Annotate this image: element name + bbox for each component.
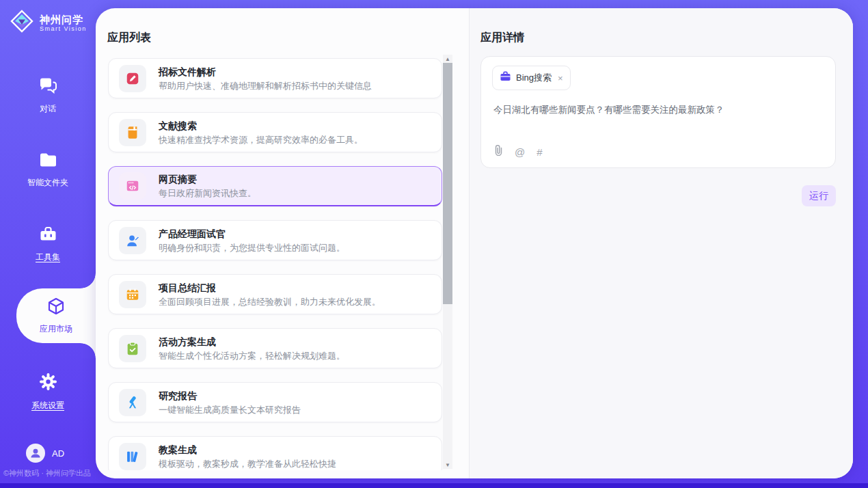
app-card-title: 项目总结汇报 (159, 282, 381, 294)
app-root: 神州问学 Smart Vision 对话 智能文件夹 (0, 0, 868, 488)
sidebar-item-toolset[interactable]: 工具集 (0, 226, 96, 263)
bubble-fillet-top (81, 273, 96, 288)
avatar (26, 444, 45, 463)
main-content: 应用列表 招标文件解析帮助用户快速、准确地理解和解析招标书中的关键信息文献搜索快… (96, 8, 853, 478)
app-card[interactable]: 项目总结汇报全面回顾项目进展，总结经验教训，助力未来优化发展。 (108, 274, 442, 314)
app-card-description: 每日政府新闻资讯快查。 (159, 187, 256, 199)
close-icon[interactable]: × (558, 74, 563, 83)
app-list: 招标文件解析帮助用户快速、准确地理解和解析招标书中的关键信息文献搜索快速精准查找… (108, 58, 442, 470)
sidebar-item-settings[interactable]: 系统设置 (0, 372, 96, 411)
sidebar-item-label: 系统设置 (31, 400, 64, 411)
sidebar-item-app-market[interactable]: 应用市场 (16, 288, 96, 343)
brand-subtitle: Smart Vision (40, 25, 87, 32)
scroll-down-arrow[interactable]: ▼ (443, 461, 452, 469)
sidebar-item-chat[interactable]: 对话 (0, 77, 96, 115)
chat-icon (39, 77, 57, 97)
interviewer-icon (119, 227, 146, 254)
app-detail-panel: 应用详情 Bing搜索 × 今日湖北有哪些新闻要点？ (469, 8, 853, 478)
app-card-title: 产品经理面试官 (159, 228, 345, 240)
app-card-title: 活动方案生成 (159, 336, 345, 348)
brand-name: 神州问学 (40, 14, 87, 25)
copyright-text: ©神州数码 · 神州问学出品 (3, 468, 96, 478)
app-card-title: 教案生成 (159, 444, 336, 456)
webpage-icon (119, 172, 146, 200)
telescope-icon (119, 389, 146, 416)
app-card[interactable]: 文献搜索快速精准查找学术资源，提高研究效率的必备工具。 (108, 112, 442, 152)
app-card[interactable]: 研究报告一键智能生成高质量长文本研究报告 (108, 382, 442, 422)
user-account[interactable]: AD (26, 444, 64, 463)
app-card-title: 文献搜索 (159, 120, 363, 132)
prompt-text[interactable]: 今日湖北有哪些新闻要点？有哪些需要关注的最新政策？ (493, 103, 822, 116)
app-card-title: 招标文件解析 (159, 66, 372, 78)
app-list-title: 应用列表 (107, 31, 151, 45)
app-card[interactable]: 教案生成模板驱动，教案秒成，教学准备从此轻松快捷 (108, 436, 442, 470)
brand-logo: 神州问学 Smart Vision (10, 9, 87, 36)
cube-icon (46, 297, 66, 318)
sidebar-item-label: 对话 (40, 103, 56, 115)
app-card-description: 智能生成个性化活动方案，轻松解决规划难题。 (159, 350, 345, 362)
diamond-logo-icon (10, 9, 34, 36)
app-card-title: 网页摘要 (159, 173, 256, 185)
sidebar-item-label: 智能文件夹 (27, 177, 68, 189)
clipboard-check-icon (119, 335, 146, 362)
app-card[interactable]: 网页摘要每日政府新闻资讯快查。 (108, 166, 442, 206)
app-card[interactable]: 招标文件解析帮助用户快速、准确地理解和解析招标书中的关键信息 (108, 58, 442, 98)
at-icon[interactable]: @ (515, 146, 525, 158)
app-card-description: 一键智能生成高质量长文本研究报告 (159, 404, 301, 416)
briefcase-icon (500, 71, 511, 85)
app-card[interactable]: 活动方案生成智能生成个性化活动方案，轻松解决规划难题。 (108, 328, 442, 368)
folder-icon (39, 152, 57, 171)
user-name: AD (52, 448, 64, 459)
sidebar-item-label: 应用市场 (40, 323, 72, 335)
app-card-description: 模板驱动，教案秒成，教学准备从此轻松快捷 (159, 458, 336, 470)
scroll-up-arrow[interactable]: ▲ (443, 55, 452, 63)
tool-chip-label: Bing搜索 (516, 72, 552, 84)
sidebar-background: 神州问学 Smart Vision 对话 智能文件夹 (0, 0, 868, 483)
calendar-icon (119, 281, 146, 308)
bottom-edge-strip (0, 483, 868, 488)
toolbox-icon (39, 226, 57, 245)
app-card-description: 快速精准查找学术资源，提高研究效率的必备工具。 (159, 134, 363, 146)
run-button[interactable]: 运行 (802, 185, 836, 206)
input-actions: @ # (493, 145, 543, 159)
sidebar-item-smart-folder[interactable]: 智能文件夹 (0, 152, 96, 189)
bubble-fillet-bottom (81, 343, 96, 358)
tool-chip-bing-search[interactable]: Bing搜索 × (492, 66, 571, 90)
app-card[interactable]: 产品经理面试官明确身份和职责，为您提供专业性的面试问题。 (108, 220, 442, 260)
app-card-description: 全面回顾项目进展，总结经验教训，助力未来优化发展。 (159, 296, 381, 308)
gear-icon (39, 372, 57, 394)
app-list-scrollbar[interactable]: ▲ ▼ (443, 55, 452, 469)
scrollbar-thumb[interactable] (443, 63, 452, 304)
book-icon (119, 119, 146, 146)
app-card-title: 研究报告 (159, 390, 301, 402)
prompt-input-card[interactable]: Bing搜索 × 今日湖北有哪些新闻要点？有哪些需要关注的最新政策？ @ # (480, 56, 836, 168)
sidebar-item-label: 工具集 (36, 252, 60, 263)
app-card-description: 帮助用户快速、准确地理解和解析招标书中的关键信息 (159, 80, 372, 92)
app-card-description: 明确身份和职责，为您提供专业性的面试问题。 (159, 242, 345, 254)
paperclip-icon[interactable] (493, 145, 503, 159)
hash-icon[interactable]: # (537, 146, 542, 158)
edit-doc-icon (119, 65, 146, 92)
books-icon (119, 443, 146, 470)
app-detail-title: 应用详情 (480, 31, 524, 45)
